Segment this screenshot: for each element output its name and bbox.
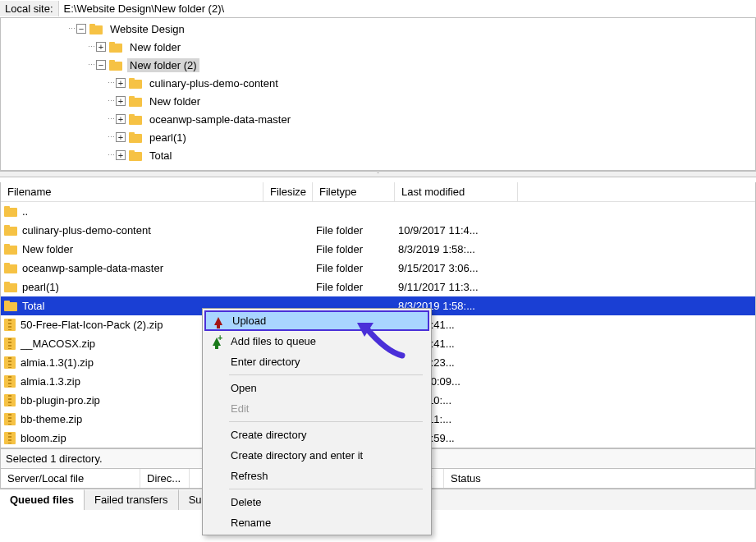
folder-tree[interactable]: ⋯−Website Design⋯+New folder⋯−New folder… bbox=[0, 18, 756, 171]
menu-delete[interactable]: Delete bbox=[204, 492, 429, 512]
file-name: pearl(1) bbox=[22, 281, 59, 293]
menu-separator bbox=[229, 374, 423, 375]
col-direction[interactable]: Direc... bbox=[140, 469, 190, 488]
file-name: almia.1.3(1).zip bbox=[21, 356, 94, 369]
tree-item-label: Website Design bbox=[108, 22, 187, 36]
folder-icon bbox=[129, 78, 142, 89]
file-type: File folder bbox=[313, 224, 395, 237]
folder-icon bbox=[109, 60, 122, 71]
add-queue-icon: + bbox=[209, 334, 224, 349]
menu-edit: Edit bbox=[204, 398, 429, 419]
menu-refresh[interactable]: Refresh bbox=[204, 466, 429, 486]
menu-create-directory[interactable]: Create directory bbox=[204, 425, 429, 445]
tree-item-label: oceanwp-sample-data-master bbox=[147, 113, 293, 126]
file-name: 50-Free-Flat-Icon-Pack (2).zip bbox=[21, 319, 163, 331]
zip-icon bbox=[4, 432, 16, 444]
expand-icon[interactable]: + bbox=[116, 96, 126, 106]
tutorial-arrow-icon bbox=[353, 319, 410, 360]
tree-item-label: culinary-plus-demo-content bbox=[147, 76, 281, 90]
local-site-label: Local site: bbox=[0, 1, 59, 16]
folder-icon bbox=[4, 225, 17, 236]
tree-item[interactable]: ⋯+New folder bbox=[1, 38, 755, 56]
expand-icon[interactable]: + bbox=[116, 150, 126, 160]
menu-separator bbox=[229, 489, 423, 489]
col-filetype[interactable]: Filetype bbox=[313, 182, 395, 201]
file-modified: 9/15/2017 3:06... bbox=[395, 262, 518, 274]
col-filename[interactable]: Filename bbox=[1, 182, 263, 201]
tab-queued[interactable]: Queued files bbox=[0, 489, 85, 510]
file-name: Total bbox=[22, 300, 44, 312]
local-site-pathbar: Local site: bbox=[0, 0, 756, 18]
folder-icon bbox=[129, 96, 142, 107]
folder-icon bbox=[109, 42, 122, 53]
col-server-local[interactable]: Server/Local file bbox=[1, 469, 140, 488]
zip-icon bbox=[4, 338, 16, 350]
file-row[interactable]: .. bbox=[1, 202, 755, 221]
file-type: File folder bbox=[313, 281, 395, 293]
local-site-path-input[interactable] bbox=[59, 1, 756, 16]
tree-item-label: New folder bbox=[127, 40, 183, 54]
file-modified: 9/11/2017 11:3... bbox=[395, 281, 518, 293]
file-type: File folder bbox=[313, 262, 395, 274]
collapse-icon[interactable]: − bbox=[96, 60, 106, 70]
expand-icon[interactable]: + bbox=[116, 114, 126, 124]
splitter[interactable]: ˆ bbox=[0, 171, 756, 177]
folder-icon bbox=[4, 244, 17, 255]
tree-item[interactable]: ⋯+oceanwp-sample-data-master bbox=[1, 110, 755, 128]
file-type: File folder bbox=[313, 243, 395, 255]
folder-icon bbox=[129, 114, 142, 125]
folder-icon bbox=[89, 24, 103, 34]
file-row[interactable]: pearl(1)File folder9/11/2017 11:3... bbox=[1, 278, 755, 296]
file-modified: 10/9/2017 11:4... bbox=[395, 224, 518, 237]
zip-icon bbox=[4, 413, 16, 425]
zip-icon bbox=[4, 375, 16, 388]
menu-create-directory-enter[interactable]: Create directory and enter it bbox=[204, 445, 429, 466]
menu-separator bbox=[229, 421, 423, 422]
file-name: __MACOSX.zip bbox=[21, 338, 95, 350]
file-row[interactable]: oceanwp-sample-data-masterFile folder9/1… bbox=[1, 259, 755, 278]
file-name: oceanwp-sample-data-master bbox=[22, 262, 163, 274]
col-filesize[interactable]: Filesize bbox=[263, 182, 313, 201]
file-name: culinary-plus-demo-content bbox=[22, 224, 151, 237]
file-name: New folder bbox=[22, 243, 73, 255]
upload-icon bbox=[211, 314, 226, 328]
folder-icon bbox=[4, 263, 17, 273]
tree-item-label: Total bbox=[147, 149, 174, 163]
tree-item-label: New folder (2) bbox=[127, 58, 199, 72]
col-modified[interactable]: Last modified bbox=[395, 182, 518, 201]
col-status[interactable]: Status bbox=[444, 469, 755, 488]
zip-icon bbox=[4, 319, 16, 331]
folder-icon bbox=[4, 301, 17, 311]
tree-item-label: pearl(1) bbox=[147, 131, 189, 145]
tree-item[interactable]: ⋯+pearl(1) bbox=[1, 128, 755, 146]
expand-icon[interactable]: + bbox=[116, 78, 126, 88]
tree-item[interactable]: ⋯−Website Design bbox=[1, 20, 755, 38]
tree-item[interactable]: ⋯−New folder (2) bbox=[1, 56, 755, 74]
file-name: .. bbox=[22, 205, 28, 218]
folder-icon bbox=[129, 132, 142, 143]
file-modified: 8/3/2019 1:58:... bbox=[395, 243, 518, 255]
collapse-icon[interactable]: − bbox=[76, 24, 86, 34]
file-row[interactable]: New folderFile folder8/3/2019 1:58:... bbox=[1, 240, 755, 259]
expand-icon[interactable]: + bbox=[116, 132, 126, 142]
file-list-header: Filename Filesize Filetype Last modified bbox=[1, 182, 755, 202]
folder-icon bbox=[129, 150, 142, 161]
expand-icon[interactable]: + bbox=[96, 42, 106, 52]
file-name: bloom.zip bbox=[21, 432, 66, 444]
zip-icon bbox=[4, 356, 16, 369]
zip-icon bbox=[4, 394, 16, 406]
folder-icon bbox=[4, 282, 17, 292]
tree-item[interactable]: ⋯+New folder bbox=[1, 92, 755, 110]
menu-open[interactable]: Open bbox=[204, 378, 429, 398]
tree-item-label: New folder bbox=[147, 94, 203, 108]
tree-item[interactable]: ⋯+Total bbox=[1, 146, 755, 164]
file-name: almia.1.3.zip bbox=[21, 375, 80, 388]
tree-item[interactable]: ⋯+culinary-plus-demo-content bbox=[1, 74, 755, 92]
menu-rename[interactable]: Rename bbox=[204, 512, 429, 533]
tab-failed[interactable]: Failed transfers bbox=[85, 489, 179, 510]
file-row[interactable]: culinary-plus-demo-contentFile folder10/… bbox=[1, 221, 755, 240]
file-name: bb-theme.zip bbox=[21, 413, 82, 425]
file-name: bb-plugin-pro.zip bbox=[21, 394, 100, 406]
parent-folder-icon bbox=[4, 206, 17, 217]
